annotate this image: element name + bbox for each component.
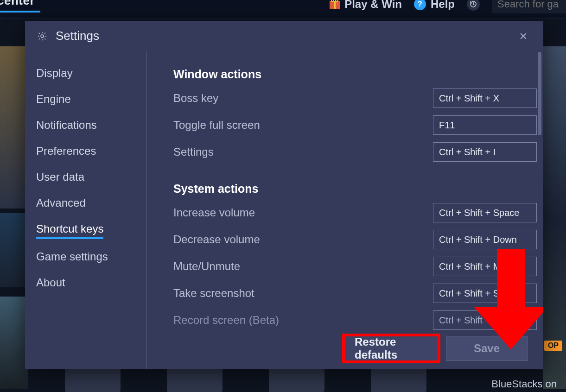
shortcut-label-mute: Mute/Unmute	[173, 260, 433, 273]
sidebar-item-notifications[interactable]: Notifications	[36, 112, 97, 138]
section-title-window-actions: Window actions	[173, 68, 537, 81]
shortcut-input-mute[interactable]: Ctrl + Shift + M	[433, 257, 537, 276]
sidebar-item-game-settings[interactable]: Game settings	[36, 244, 108, 270]
history-icon	[469, 0, 477, 8]
sidebar-item-display[interactable]: Display	[36, 60, 73, 86]
help-icon: ?	[414, 0, 426, 10]
shortcut-label-record: Record screen (Beta)	[173, 314, 433, 327]
gear-icon	[37, 31, 47, 41]
shortcut-row: Record screen (Beta) Ctrl + Shift + R	[173, 310, 537, 330]
sidebar-item-preferences[interactable]: Preferences	[36, 138, 96, 164]
modal-footer: Restore defaults Save	[343, 336, 528, 361]
shortcut-row: Toggle full screen F11	[173, 115, 537, 135]
help-label: Help	[431, 0, 455, 11]
shortcut-label-boss-key: Boss key	[173, 92, 433, 105]
shortcut-input-settings[interactable]: Ctrl + Shift + I	[433, 142, 537, 162]
settings-sidebar: Display Engine Notifications Preferences…	[25, 51, 146, 369]
sidebar-item-advanced[interactable]: Advanced	[36, 190, 86, 216]
shortcut-label-screenshot: Take screenshot	[173, 287, 433, 300]
gift-icon	[330, 0, 340, 9]
settings-content: Window actions Boss key Ctrl + Shift + X…	[146, 51, 543, 369]
content-scrollbar[interactable]	[538, 52, 541, 135]
shortcut-input-fullscreen[interactable]: F11	[433, 115, 537, 135]
help-link[interactable]: ? Help	[414, 0, 455, 11]
tab-gamecenter[interactable]: center	[0, 0, 40, 13]
section-title-system-actions: System actions	[173, 182, 537, 196]
shortcut-input-volume-up[interactable]: Ctrl + Shift + Space	[433, 203, 537, 222]
shortcut-row: Increase volume Ctrl + Shift + Space	[173, 203, 537, 222]
sidebar-item-user-data[interactable]: User data	[36, 164, 84, 190]
app-topbar: center Play & Win ? Help	[0, 0, 566, 19]
background-label: BlueStacks on	[491, 378, 557, 390]
sidebar-item-about[interactable]: About	[36, 270, 65, 296]
svg-point-0	[41, 35, 44, 38]
shortcut-label-volume-up: Increase volume	[173, 206, 433, 219]
shortcut-input-screenshot[interactable]: Ctrl + Shift + S	[433, 284, 537, 303]
shortcut-row: Mute/Unmute Ctrl + Shift + M	[173, 257, 537, 276]
shortcut-label-fullscreen: Toggle full screen	[173, 119, 433, 132]
shortcut-row: Decrease volume Ctrl + Shift + Down	[173, 230, 537, 249]
save-button[interactable]: Save	[446, 336, 528, 361]
sidebar-item-shortcut-keys[interactable]: Shortcut keys	[36, 216, 103, 239]
restore-defaults-button[interactable]: Restore defaults	[343, 336, 439, 361]
shortcut-row: Take screenshot Ctrl + Shift + S	[173, 284, 537, 303]
shortcut-row: Boss key Ctrl + Shift + X	[173, 89, 537, 108]
shortcut-label-volume-down: Decrease volume	[173, 233, 433, 246]
shortcut-input-record[interactable]: Ctrl + Shift + R	[433, 310, 537, 330]
play-and-win-link[interactable]: Play & Win	[330, 0, 402, 11]
search-input[interactable]	[492, 0, 566, 13]
shortcut-row: Settings Ctrl + Shift + I	[173, 142, 537, 162]
sidebar-item-engine[interactable]: Engine	[36, 86, 71, 112]
settings-modal: Settings Display Engine Notifications Pr…	[25, 21, 543, 369]
modal-header: Settings	[25, 21, 543, 51]
top-badge: OP	[544, 341, 562, 351]
shortcut-input-volume-down[interactable]: Ctrl + Shift + Down	[433, 230, 537, 249]
shortcut-label-settings: Settings	[173, 145, 433, 158]
close-icon	[519, 32, 528, 41]
play-win-label: Play & Win	[344, 0, 402, 11]
history-button[interactable]	[467, 0, 480, 11]
close-button[interactable]	[515, 28, 531, 44]
modal-title: Settings	[56, 29, 99, 43]
shortcut-input-boss-key[interactable]: Ctrl + Shift + X	[433, 89, 537, 108]
